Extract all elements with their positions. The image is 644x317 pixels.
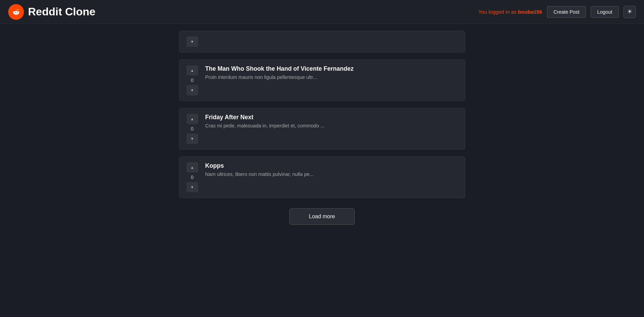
downvote-button-1[interactable] <box>187 85 198 95</box>
post-card-2: 0 Friday After Next Cras mi pede, malesu… <box>179 108 465 150</box>
vote-column-2: 0 <box>186 114 198 144</box>
site-title: Reddit Clone <box>28 5 95 18</box>
upvote-button-3[interactable] <box>187 162 198 173</box>
logo-area: Reddit Clone <box>8 4 478 20</box>
upvote-button-1[interactable] <box>187 65 198 75</box>
header-right: You logged in as bouba156 Create Post Lo… <box>478 6 636 18</box>
load-more-button[interactable]: Load more <box>289 208 355 225</box>
downvote-button-2[interactable] <box>187 134 198 144</box>
vote-count-3: 0 <box>191 175 193 180</box>
post-excerpt-3: Nam ultrices, libero non mattis pulvinar… <box>205 171 458 177</box>
post-card-partial <box>179 31 465 53</box>
post-card-1: 0 The Man Who Shook the Hand of Vicente … <box>179 59 465 101</box>
header: Reddit Clone You logged in as bouba156 C… <box>0 0 644 24</box>
create-post-button[interactable]: Create Post <box>547 6 586 18</box>
sun-icon: ☀ <box>627 8 632 15</box>
logout-button[interactable]: Logout <box>591 6 619 18</box>
post-card-3: 0 Kopps Nam ultrices, libero non mattis … <box>179 156 465 198</box>
load-more-container: Load more <box>179 208 465 225</box>
vote-column-3: 0 <box>186 162 198 192</box>
vote-column-partial <box>186 37 198 47</box>
post-title-2[interactable]: Friday After Next <box>205 114 458 121</box>
vote-count-1: 0 <box>191 78 193 83</box>
main-content: 0 The Man Who Shook the Hand of Vicente … <box>174 24 471 238</box>
downvote-button-partial[interactable] <box>187 37 198 47</box>
downvote-button-3[interactable] <box>187 182 198 192</box>
vote-count-2: 0 <box>191 126 193 132</box>
post-excerpt-2: Cras mi pede, malesuada in, imperdiet et… <box>205 123 458 128</box>
post-title-3[interactable]: Kopps <box>205 162 458 169</box>
post-title-1[interactable]: The Man Who Shook the Hand of Vicente Fe… <box>205 65 458 72</box>
vote-column-1: 0 <box>186 65 198 95</box>
reddit-logo-icon <box>8 4 24 20</box>
post-content-3: Kopps Nam ultrices, libero non mattis pu… <box>205 162 458 177</box>
theme-toggle-button[interactable]: ☀ <box>624 6 636 18</box>
post-content-1: The Man Who Shook the Hand of Vicente Fe… <box>205 65 458 80</box>
upvote-button-2[interactable] <box>187 114 198 124</box>
post-excerpt-1: Proin interdum mauris non ligula pellent… <box>205 74 458 80</box>
post-content-2: Friday After Next Cras mi pede, malesuad… <box>205 114 458 128</box>
logged-in-text: You logged in as bouba156 <box>478 9 542 15</box>
